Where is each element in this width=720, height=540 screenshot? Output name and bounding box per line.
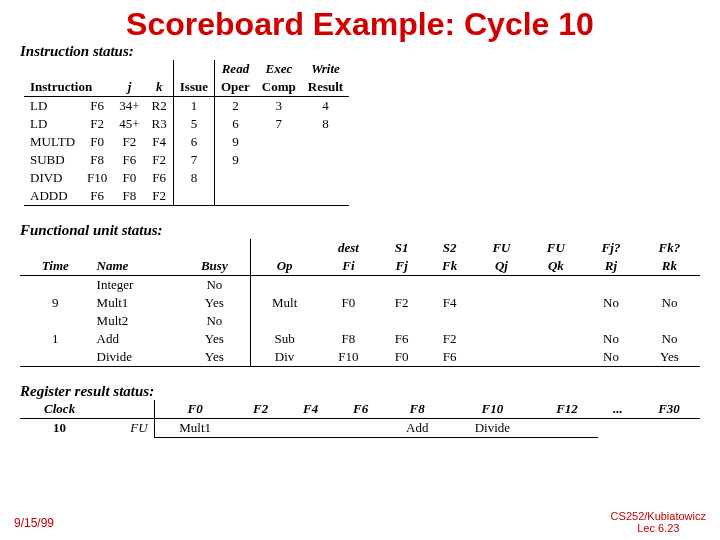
cell [214,187,255,206]
reg-hdr: F6 [336,400,386,419]
instr-row: LDF634+R21234 [24,97,349,116]
cell: 6 [214,115,255,133]
cell: 9 [214,133,255,151]
cell: LD [24,115,81,133]
hdr-op: Op [250,257,318,276]
fu-status-label: Functional unit status: [20,222,700,239]
cell: F8 [113,187,145,206]
instr-row: MULTDF0F2F469 [24,133,349,151]
cell [256,187,302,206]
cell: F4 [425,294,474,312]
hdr-read: Read [214,60,255,78]
cell: Yes [179,294,250,312]
cell: F2 [378,294,425,312]
hdr-exec: Exec [256,60,302,78]
cell: F8 [319,330,379,348]
cell: F2 [81,115,113,133]
cell [256,169,302,187]
cell [474,348,528,367]
cell [474,294,528,312]
hdr-k: k [146,78,174,97]
hdr-write: Write [302,60,349,78]
cell [474,312,528,330]
hdr-comp: Comp [256,78,302,97]
cell [256,151,302,169]
hdr-rj: Rj [583,257,639,276]
cell: ADDD [24,187,81,206]
reg-status-table: Clock F0F2F4F6F8F10F12...F30 10 FU Mult1… [20,400,700,438]
fu-row: Mult2No [20,312,700,330]
cell [639,312,700,330]
cell [302,151,349,169]
reg-hdr: F10 [449,400,536,419]
instr-row: ADDDF6F8F2 [24,187,349,206]
cell [474,276,528,295]
cell: Yes [639,348,700,367]
reg-hdr: F2 [236,400,286,419]
cell: 4 [302,97,349,116]
cell: Add [91,330,179,348]
cell [250,276,318,295]
reg-hdr: F8 [386,400,449,419]
hdr-fk: Fk [425,257,474,276]
instruction-status-table: Read Exec Write Instruction j k Issue Op… [24,60,349,206]
reg-hdr: F4 [286,400,336,419]
cell: Integer [91,276,179,295]
cell: 8 [302,115,349,133]
fu-row: 9Mult1YesMultF0F2F4NoNo [20,294,700,312]
cell [639,276,700,295]
cell: 3 [256,97,302,116]
hdr-fj: Fj [378,257,425,276]
hdr-qj: Qj [474,257,528,276]
cell: Yes [179,330,250,348]
cell [529,312,583,330]
cell [583,312,639,330]
fu-row: DivideYesDivF10F0F6NoYes [20,348,700,367]
cell: LD [24,97,81,116]
cell: Yes [179,348,250,367]
cell [529,276,583,295]
cell [319,312,379,330]
cell: F0 [378,348,425,367]
cell [302,187,349,206]
cell: SUBD [24,151,81,169]
hdr-name: Name [91,257,179,276]
cell: R2 [146,97,174,116]
reg-val: Divide [449,419,536,438]
cell: F6 [425,348,474,367]
hdr-fu1: FU [474,239,528,257]
hdr-result: Result [302,78,349,97]
cell: F0 [319,294,379,312]
hdr-j: j [113,78,145,97]
cell: Sub [250,330,318,348]
cell [302,133,349,151]
hdr-fu: FU [99,419,154,438]
cell: F8 [81,151,113,169]
cell: F6 [81,187,113,206]
reg-val [236,419,286,438]
reg-val: Mult1 [154,419,235,438]
cell: 9 [214,151,255,169]
cell: No [583,330,639,348]
cell: F10 [319,348,379,367]
cell [425,312,474,330]
cell: Mult2 [91,312,179,330]
cell: No [583,294,639,312]
fu-status-table: dest S1 S2 FU FU Fj? Fk? Time Name Busy … [20,239,700,367]
reg-status-label: Register result status: [20,383,700,400]
cell: F6 [81,97,113,116]
hdr-busy: Busy [179,257,250,276]
cell: F0 [81,133,113,151]
instr-row: LDF245+R35678 [24,115,349,133]
cell [425,276,474,295]
cell [529,348,583,367]
cell: F2 [146,151,174,169]
instr-row: DIVDF10F0F68 [24,169,349,187]
reg-val: Add [386,419,449,438]
reg-hdr: F30 [638,400,700,419]
cell: 7 [256,115,302,133]
hdr-instruction: Instruction [24,78,113,97]
slide-title: Scoreboard Example: Cycle 10 [0,0,720,43]
cell: 34+ [113,97,145,116]
cell [173,187,214,206]
